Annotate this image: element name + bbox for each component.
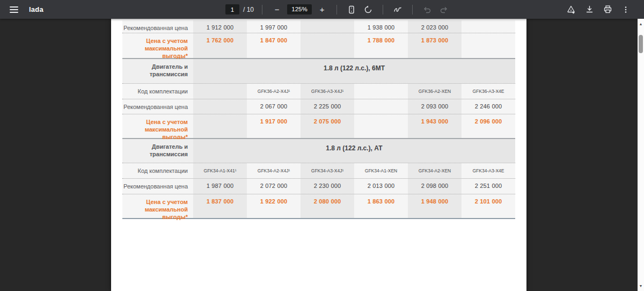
row-label: Рекомендованная цена: [122, 99, 193, 114]
toolbar-divider: [383, 5, 383, 14]
table-row: Рекомендованная цена2 067 0002 225 0002 …: [122, 99, 515, 114]
table-row: Двигатель и трансмиссия1.8 л (122 л.с.),…: [122, 138, 515, 163]
price-cell: [301, 33, 354, 58]
price-cell: 1 788 000: [354, 33, 408, 58]
row-label: Код комплектации: [122, 84, 193, 99]
row-label: Рекомендованная цена: [122, 179, 193, 194]
zoom-out-button[interactable]: −: [270, 3, 283, 16]
price-cell: 2 072 000: [247, 179, 301, 194]
scroll-up-icon[interactable]: ▲: [638, 21, 644, 27]
table-row: Цена с учетом максимальной выгоды*1 837 …: [122, 194, 515, 218]
price-cell: 1 912 000: [193, 20, 247, 33]
table-row: Код комплектацииGFK34-A1-X41¹GFK34-A2-X4…: [122, 163, 515, 178]
price-cell: 1 948 000: [408, 194, 462, 218]
scrollbar-thumb[interactable]: [639, 35, 643, 53]
row-label: Рекомендованная цена: [122, 20, 193, 33]
menu-icon[interactable]: [10, 6, 18, 13]
undo-icon[interactable]: [421, 3, 434, 16]
equipment-code-cell: [193, 84, 247, 99]
vertical-scrollbar[interactable]: ▲ ▼: [638, 19, 644, 291]
row-label: Двигатель и трансмиссия: [122, 59, 193, 83]
row-label: Цена с учетом максимальной выгоды*: [122, 194, 193, 218]
toolbar-divider: [262, 5, 262, 14]
table-row: Рекомендованная цена1 987 0002 072 0002 …: [122, 178, 515, 194]
equipment-code-cell: GFK34-A3-X4E: [462, 163, 515, 178]
equipment-code-cell: GFK36-A2-X4J¹: [247, 84, 301, 99]
price-cell: 2 013 000: [354, 179, 408, 194]
equipment-code-cell: GFK34-A1-X41¹: [193, 163, 247, 178]
price-cell: 2 096 000: [462, 114, 515, 138]
price-cell: 2 023 000: [408, 20, 462, 33]
price-cell: 2 230 000: [301, 179, 354, 194]
price-cell: [301, 20, 354, 33]
equipment-code-cell: GFK34-A3-X4J¹: [301, 163, 354, 178]
table-row: Цена с учетом максимальной выгоды*1 762 …: [122, 33, 515, 58]
price-cell: 2 080 000: [301, 194, 354, 218]
page-count-label: / 10: [243, 6, 254, 13]
table-row: Двигатель и трансмиссия1.8 л (122 л.с.),…: [122, 58, 515, 83]
price-cell: 1 762 000: [193, 33, 247, 58]
price-cell: 1 997 000: [247, 20, 301, 33]
redo-icon[interactable]: [437, 3, 450, 16]
table-row: Цена с учетом максимальной выгоды*1 917 …: [122, 114, 515, 138]
print-icon[interactable]: [601, 3, 614, 16]
price-cell: 2 067 000: [247, 99, 301, 114]
engine-transmission-value: 1.8 л (122 л.с.), 6МТ: [193, 59, 515, 83]
equipment-code-cell: GFK34-A2-X4J¹: [247, 163, 301, 178]
price-cell: [354, 114, 408, 138]
row-label: Цена с учетом максимальной выгоды*: [122, 114, 193, 138]
price-cell: [193, 114, 247, 138]
price-cell: [462, 20, 515, 33]
equipment-code-cell: GFK36-A3-X4J¹: [301, 84, 354, 99]
price-cell: 1 922 000: [247, 194, 301, 218]
price-cell: 1 917 000: [247, 114, 301, 138]
table-row: Рекомендованная цена1 912 0001 997 0001 …: [122, 20, 515, 33]
price-cell: 2 093 000: [408, 99, 462, 114]
row-label: Код комплектации: [122, 163, 193, 178]
price-cell: 2 098 000: [408, 179, 462, 194]
equipment-code-cell: GFK36-A2-XEN: [408, 84, 462, 99]
price-table: Рекомендованная цена1 912 0001 997 0001 …: [122, 20, 515, 219]
acrobat-icon[interactable]: [565, 3, 577, 16]
toolbar-divider: [412, 5, 413, 14]
zoom-in-button[interactable]: +: [316, 3, 328, 16]
more-icon[interactable]: [619, 3, 632, 16]
pdf-viewer-area: Рекомендованная цена1 912 0001 997 0001 …: [0, 19, 638, 291]
pdf-page: Рекомендованная цена1 912 0001 997 0001 …: [111, 19, 526, 291]
toolbar-divider: [336, 5, 337, 14]
equipment-code-cell: [354, 84, 408, 99]
rotate-icon[interactable]: [362, 3, 375, 16]
price-cell: 2 251 000: [462, 179, 515, 194]
document-title: lada: [29, 5, 43, 13]
equipment-code-cell: GFK34-A2-XEN: [408, 163, 462, 178]
row-label: Двигатель и трансмиссия: [122, 139, 193, 163]
pdf-toolbar: lada / 10 − 125% +: [0, 0, 644, 19]
price-cell: 2 075 000: [301, 114, 354, 138]
price-cell: [462, 33, 515, 58]
price-cell: 1 938 000: [354, 20, 408, 33]
price-cell: 1 837 000: [193, 194, 247, 218]
price-cell: 1 987 000: [193, 179, 247, 194]
price-cell: 2 246 000: [462, 99, 515, 114]
price-cell: [354, 99, 408, 114]
price-cell: 1 847 000: [247, 33, 301, 58]
page-number-input[interactable]: [225, 4, 239, 14]
equipment-code-cell: GFK34-A1-XEN: [354, 163, 408, 178]
scroll-down-icon[interactable]: ▼: [638, 283, 644, 289]
price-cell: 1 943 000: [408, 114, 462, 138]
price-cell: 1 863 000: [354, 194, 408, 218]
zoom-level-value[interactable]: 125%: [287, 4, 312, 14]
price-cell: 1 873 000: [408, 33, 462, 58]
engine-transmission-value: 1.8 л (122 л.с.), АТ: [193, 139, 515, 163]
price-cell: 2 101 000: [462, 194, 515, 218]
price-cell: [193, 99, 247, 114]
table-row: Код комплектацииGFK36-A2-X4J¹GFK36-A3-X4…: [122, 83, 515, 99]
price-cell: 2 225 000: [301, 99, 354, 114]
equipment-code-cell: GFK36-A3-X4E: [462, 84, 515, 99]
draw-icon[interactable]: [391, 3, 404, 16]
fit-page-icon[interactable]: [345, 3, 358, 16]
download-icon[interactable]: [583, 3, 596, 16]
row-label: Цена с учетом максимальной выгоды*: [122, 33, 193, 58]
